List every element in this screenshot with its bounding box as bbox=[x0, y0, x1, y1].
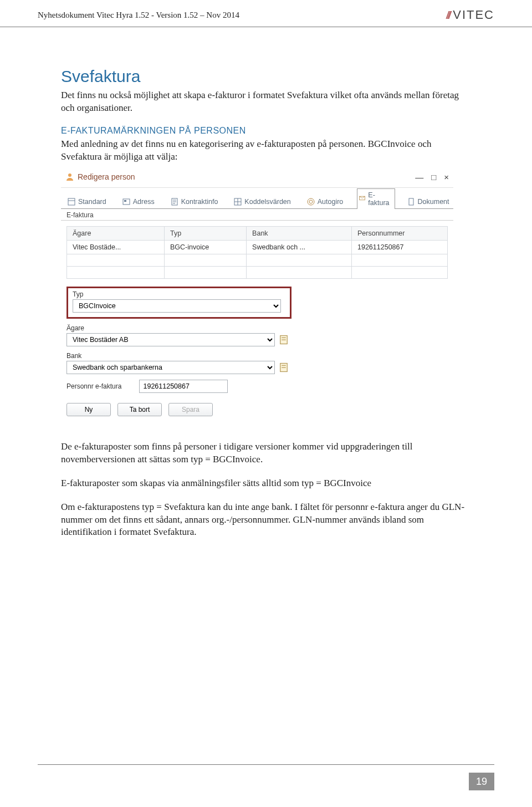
tab-autogiro[interactable]: Autogiro bbox=[305, 195, 347, 208]
doc-title: Nyhetsdokument Vitec Hyra 1.52 - Version… bbox=[38, 11, 239, 20]
tab-standard[interactable]: Standard bbox=[65, 195, 110, 208]
subsection-title: E-FAKTURAMÄRKNINGEN PÅ PERSONEN bbox=[61, 126, 471, 136]
personnr-input[interactable] bbox=[139, 380, 228, 393]
bank-select[interactable]: Swedbank och sparbankerna bbox=[66, 361, 275, 374]
typ-highlight: Typ BGCInvoice bbox=[66, 287, 291, 319]
tab-bar: Standard Adress Kontraktinfo Koddelsvärd… bbox=[61, 188, 453, 209]
dialog-redigera-person: Redigera person — □ × Standard Adress Ko… bbox=[61, 169, 453, 422]
tab-label: Adress bbox=[133, 198, 155, 206]
svg-rect-3 bbox=[124, 200, 126, 202]
footer-rule bbox=[38, 764, 494, 765]
tab-label: Dokument bbox=[418, 198, 449, 206]
tab-dokument[interactable]: Dokument bbox=[405, 195, 453, 208]
brand-logo: /// VITEC bbox=[446, 8, 494, 22]
col-personnummer[interactable]: Personnummer bbox=[352, 226, 448, 240]
brand-name: VITEC bbox=[453, 8, 494, 22]
standard-icon bbox=[67, 197, 76, 206]
tab-label: Kontraktinfo bbox=[181, 198, 218, 206]
group-label: E-faktura bbox=[61, 209, 453, 220]
tab-label: E-faktura bbox=[368, 191, 391, 207]
address-icon bbox=[122, 197, 131, 206]
col-bank[interactable]: Bank bbox=[247, 226, 352, 240]
svg-point-6 bbox=[308, 198, 314, 205]
note-icon[interactable] bbox=[278, 334, 289, 345]
tab-adress[interactable]: Adress bbox=[120, 195, 158, 208]
close-button[interactable]: × bbox=[444, 172, 449, 182]
personnr-label: Personnr e-faktura bbox=[66, 382, 137, 390]
section-intro: Det finns nu också möjlighet att skapa e… bbox=[61, 89, 471, 115]
col-typ[interactable]: Typ bbox=[164, 226, 246, 240]
minimize-button[interactable]: — bbox=[415, 172, 423, 182]
table-row[interactable]: Vitec Bostäde... BGC-invoice Swedbank oc… bbox=[67, 240, 448, 254]
efaktura-icon bbox=[359, 195, 366, 203]
tab-label: Standard bbox=[78, 198, 106, 206]
typ-label: Typ bbox=[73, 290, 285, 298]
table-row[interactable] bbox=[67, 254, 448, 266]
agare-label: Ägare bbox=[66, 324, 448, 332]
agare-select[interactable]: Vitec Bostäder AB bbox=[66, 333, 275, 346]
tabort-button[interactable]: Ta bort bbox=[117, 403, 162, 416]
maximize-button[interactable]: □ bbox=[431, 172, 436, 182]
person-icon bbox=[65, 172, 74, 181]
section-title: Svefaktura bbox=[61, 67, 471, 86]
tab-label: Autogiro bbox=[318, 198, 344, 206]
page-number: 19 bbox=[469, 773, 494, 790]
grid-icon bbox=[233, 197, 242, 206]
typ-select[interactable]: BGCInvoice bbox=[73, 299, 281, 313]
note-icon[interactable] bbox=[278, 362, 289, 373]
svg-rect-8 bbox=[409, 198, 413, 205]
efaktura-grid[interactable]: Ägare Typ Bank Personnummer Vitec Bostäd… bbox=[66, 226, 448, 279]
ny-button[interactable]: Ny bbox=[66, 403, 111, 416]
col-agare[interactable]: Ägare bbox=[67, 226, 165, 240]
table-header-row: Ägare Typ Bank Personnummer bbox=[67, 226, 448, 240]
dialog-title: Redigera person bbox=[78, 172, 135, 181]
contract-icon bbox=[170, 197, 179, 206]
tab-label: Koddelsvärden bbox=[244, 198, 290, 206]
svg-point-0 bbox=[68, 173, 71, 177]
logo-mark-icon: /// bbox=[446, 8, 449, 22]
tab-efaktura[interactable]: E-faktura bbox=[357, 188, 395, 209]
subsection-intro: Med anledning av det finns nu en kategor… bbox=[61, 138, 471, 164]
page-header: Nyhetsdokument Vitec Hyra 1.52 - Version… bbox=[0, 0, 532, 27]
bank-label: Bank bbox=[66, 352, 448, 360]
after-p2: E-fakturaposter som skapas via anmälning… bbox=[61, 477, 471, 490]
svg-rect-1 bbox=[68, 198, 75, 205]
tab-koddelsvarden[interactable]: Koddelsvärden bbox=[232, 195, 294, 208]
autogiro-icon bbox=[306, 197, 315, 206]
document-icon bbox=[407, 197, 416, 206]
after-p3: Om e-fakturapostens typ = Svefaktura kan… bbox=[61, 501, 471, 539]
after-p1: De e-fakturaposter som finns på personer… bbox=[61, 441, 471, 466]
tab-kontraktinfo[interactable]: Kontraktinfo bbox=[168, 195, 222, 208]
table-row[interactable] bbox=[67, 266, 448, 278]
spara-button[interactable]: Spara bbox=[168, 403, 213, 416]
